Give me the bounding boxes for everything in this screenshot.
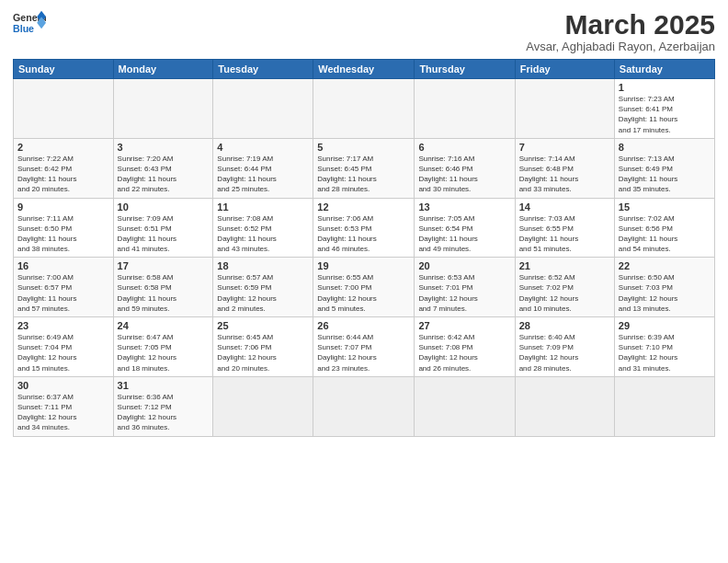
day-number: 18 — [217, 260, 309, 271]
day-info: Sunrise: 7:03 AM Sunset: 6:55 PM Dayligh… — [519, 213, 610, 255]
logo: General Blue — [13, 9, 46, 35]
calendar-week-row: 9Sunrise: 7:11 AM Sunset: 6:50 PM Daylig… — [14, 198, 715, 258]
calendar-day-cell: 24Sunrise: 6:47 AM Sunset: 7:05 PM Dayli… — [113, 317, 213, 377]
calendar-day-cell — [415, 376, 515, 436]
calendar-day-cell: 18Sunrise: 6:57 AM Sunset: 6:59 PM Dayli… — [213, 258, 313, 317]
day-number: 8 — [619, 142, 711, 153]
day-info: Sunrise: 6:40 AM Sunset: 7:09 PM Dayligh… — [519, 332, 610, 373]
day-info: Sunrise: 7:11 AM Sunset: 6:50 PM Dayligh… — [17, 213, 109, 255]
day-info: Sunrise: 7:14 AM Sunset: 6:48 PM Dayligh… — [519, 154, 610, 195]
day-info: Sunrise: 6:37 AM Sunset: 7:11 PM Dayligh… — [17, 392, 109, 433]
calendar-day-cell: 28Sunrise: 6:40 AM Sunset: 7:09 PM Dayli… — [515, 317, 614, 377]
calendar-day-cell: 16Sunrise: 7:00 AM Sunset: 6:57 PM Dayli… — [14, 258, 114, 317]
calendar-day-cell: 17Sunrise: 6:58 AM Sunset: 6:58 PM Dayli… — [113, 258, 213, 317]
calendar-week-row: 1Sunrise: 7:23 AM Sunset: 6:41 PM Daylig… — [14, 79, 715, 139]
day-info: Sunrise: 6:55 AM Sunset: 7:00 PM Dayligh… — [317, 272, 410, 314]
day-info: Sunrise: 7:23 AM Sunset: 6:41 PM Dayligh… — [619, 94, 711, 135]
calendar-day-cell: 7Sunrise: 7:14 AM Sunset: 6:48 PM Daylig… — [515, 138, 614, 198]
month-title: March 2025 — [526, 9, 715, 40]
calendar-day-cell: 23Sunrise: 6:49 AM Sunset: 7:04 PM Dayli… — [14, 317, 114, 377]
calendar-day-cell: 14Sunrise: 7:03 AM Sunset: 6:55 PM Dayli… — [515, 198, 614, 258]
calendar-day-cell: 30Sunrise: 6:37 AM Sunset: 7:11 PM Dayli… — [14, 376, 114, 436]
calendar-day-cell: 31Sunrise: 6:36 AM Sunset: 7:12 PM Dayli… — [113, 376, 213, 436]
calendar-day-cell — [313, 376, 415, 436]
svg-text:Blue: Blue — [13, 23, 34, 34]
day-info: Sunrise: 6:58 AM Sunset: 6:58 PM Dayligh… — [118, 272, 210, 314]
day-number: 27 — [418, 320, 510, 331]
calendar-day-cell: 10Sunrise: 7:09 AM Sunset: 6:51 PM Dayli… — [113, 198, 213, 258]
day-number: 9 — [17, 201, 109, 213]
day-info: Sunrise: 7:20 AM Sunset: 6:43 PM Dayligh… — [118, 154, 210, 195]
day-number: 16 — [17, 260, 109, 271]
day-info: Sunrise: 6:53 AM Sunset: 7:01 PM Dayligh… — [418, 272, 510, 314]
calendar-day-cell — [213, 79, 313, 139]
day-info: Sunrise: 7:02 AM Sunset: 6:56 PM Dayligh… — [619, 213, 711, 255]
calendar-day-cell — [614, 376, 714, 436]
day-number: 30 — [17, 380, 109, 391]
day-number: 23 — [17, 320, 109, 331]
day-info: Sunrise: 6:45 AM Sunset: 7:06 PM Dayligh… — [217, 332, 309, 373]
day-number: 7 — [519, 142, 610, 153]
calendar-day-cell: 21Sunrise: 6:52 AM Sunset: 7:02 PM Dayli… — [515, 258, 614, 317]
calendar-week-row: 16Sunrise: 7:00 AM Sunset: 6:57 PM Dayli… — [14, 258, 715, 317]
weekday-header-saturday: Saturday — [614, 60, 714, 79]
day-number: 10 — [118, 201, 210, 213]
calendar-day-cell: 3Sunrise: 7:20 AM Sunset: 6:43 PM Daylig… — [113, 138, 213, 198]
calendar-day-cell: 8Sunrise: 7:13 AM Sunset: 6:49 PM Daylig… — [614, 138, 714, 198]
calendar-week-row: 30Sunrise: 6:37 AM Sunset: 7:11 PM Dayli… — [14, 376, 715, 436]
calendar-day-cell: 25Sunrise: 6:45 AM Sunset: 7:06 PM Dayli… — [213, 317, 313, 377]
calendar-day-cell: 2Sunrise: 7:22 AM Sunset: 6:42 PM Daylig… — [14, 138, 114, 198]
day-number: 17 — [118, 260, 210, 271]
calendar-day-cell: 11Sunrise: 7:08 AM Sunset: 6:52 PM Dayli… — [213, 198, 313, 258]
day-info: Sunrise: 7:17 AM Sunset: 6:45 PM Dayligh… — [317, 154, 410, 195]
calendar-day-cell: 26Sunrise: 6:44 AM Sunset: 7:07 PM Dayli… — [313, 317, 415, 377]
calendar-day-cell: 27Sunrise: 6:42 AM Sunset: 7:08 PM Dayli… — [415, 317, 515, 377]
day-number: 28 — [519, 320, 610, 331]
calendar-day-cell — [415, 79, 515, 139]
day-info: Sunrise: 6:50 AM Sunset: 7:03 PM Dayligh… — [619, 272, 711, 314]
day-number: 25 — [217, 320, 309, 331]
day-info: Sunrise: 6:49 AM Sunset: 7:04 PM Dayligh… — [17, 332, 109, 373]
day-info: Sunrise: 6:42 AM Sunset: 7:08 PM Dayligh… — [418, 332, 510, 373]
calendar-day-cell: 1Sunrise: 7:23 AM Sunset: 6:41 PM Daylig… — [614, 79, 714, 139]
day-number: 22 — [619, 260, 711, 271]
day-number: 21 — [519, 260, 610, 271]
day-info: Sunrise: 7:16 AM Sunset: 6:46 PM Dayligh… — [418, 154, 510, 195]
day-number: 29 — [619, 320, 711, 331]
calendar-day-cell: 6Sunrise: 7:16 AM Sunset: 6:46 PM Daylig… — [415, 138, 515, 198]
calendar-week-row: 2Sunrise: 7:22 AM Sunset: 6:42 PM Daylig… — [14, 138, 715, 198]
day-info: Sunrise: 7:06 AM Sunset: 6:53 PM Dayligh… — [317, 213, 410, 255]
day-number: 1 — [619, 82, 711, 93]
day-number: 24 — [118, 320, 210, 331]
calendar-day-cell: 22Sunrise: 6:50 AM Sunset: 7:03 PM Dayli… — [614, 258, 714, 317]
day-number: 19 — [317, 260, 410, 271]
generalblue-logo-icon: General Blue — [13, 9, 46, 35]
weekday-header-sunday: Sunday — [14, 60, 114, 79]
page: General Blue March 2025 Avsar, Aghjabadi… — [0, 0, 728, 563]
weekday-header-monday: Monday — [113, 60, 213, 79]
weekday-header-thursday: Thursday — [415, 60, 515, 79]
day-number: 2 — [17, 142, 109, 153]
day-info: Sunrise: 6:47 AM Sunset: 7:05 PM Dayligh… — [118, 332, 210, 373]
day-number: 31 — [118, 380, 210, 391]
calendar-day-cell — [515, 376, 614, 436]
day-number: 5 — [317, 142, 410, 153]
weekday-header-friday: Friday — [515, 60, 614, 79]
weekday-header-wednesday: Wednesday — [313, 60, 415, 79]
calendar-day-cell — [313, 79, 415, 139]
day-info: Sunrise: 6:36 AM Sunset: 7:12 PM Dayligh… — [118, 392, 210, 433]
day-number: 20 — [418, 260, 510, 271]
calendar-day-cell: 5Sunrise: 7:17 AM Sunset: 6:45 PM Daylig… — [313, 138, 415, 198]
calendar-day-cell: 13Sunrise: 7:05 AM Sunset: 6:54 PM Dayli… — [415, 198, 515, 258]
day-info: Sunrise: 6:44 AM Sunset: 7:07 PM Dayligh… — [317, 332, 410, 373]
calendar-day-cell: 9Sunrise: 7:11 AM Sunset: 6:50 PM Daylig… — [14, 198, 114, 258]
day-info: Sunrise: 7:08 AM Sunset: 6:52 PM Dayligh… — [217, 213, 309, 255]
day-number: 4 — [217, 142, 309, 153]
day-number: 11 — [217, 201, 309, 213]
day-info: Sunrise: 7:09 AM Sunset: 6:51 PM Dayligh… — [118, 213, 210, 255]
day-info: Sunrise: 7:05 AM Sunset: 6:54 PM Dayligh… — [418, 213, 510, 255]
day-number: 3 — [118, 142, 210, 153]
calendar-day-cell: 4Sunrise: 7:19 AM Sunset: 6:44 PM Daylig… — [213, 138, 313, 198]
calendar-day-cell — [213, 376, 313, 436]
location-subtitle: Avsar, Aghjabadi Rayon, Azerbaijan — [526, 40, 715, 53]
